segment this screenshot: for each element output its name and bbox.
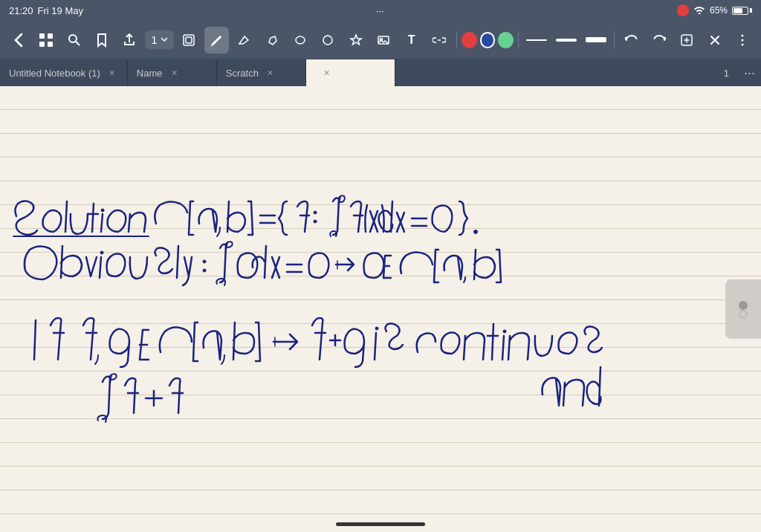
activity-dots: ··· <box>376 5 384 16</box>
highlighter-button[interactable] <box>260 27 285 53</box>
time-display: 21:20 <box>9 5 33 16</box>
tab-active[interactable]: ✕ <box>306 59 395 86</box>
tab-close-scratch[interactable]: ✕ <box>265 67 276 79</box>
tab-label: Name <box>137 68 163 79</box>
page-num-indicator[interactable]: 1 <box>715 59 738 86</box>
svg-point-4 <box>69 35 77 42</box>
tab-page-number: 1 <box>724 68 729 79</box>
tab-close-active[interactable]: ✕ <box>321 67 333 79</box>
handwriting-layer <box>0 86 761 532</box>
tab-name[interactable]: Name ✕ <box>128 59 217 86</box>
thin-line-btn[interactable] <box>523 33 550 48</box>
svg-point-9 <box>323 36 332 45</box>
separator <box>456 31 457 49</box>
undo-button[interactable] <box>619 27 644 53</box>
canvas-area[interactable] <box>0 86 761 532</box>
back-button[interactable] <box>6 27 30 53</box>
tab-scratch[interactable]: Scratch ✕ <box>217 59 306 86</box>
date-display: Fri 19 May <box>38 5 83 16</box>
tab-more-button[interactable]: ··· <box>738 59 761 86</box>
page-indicator[interactable]: 1 <box>145 30 173 49</box>
layers-button[interactable] <box>177 27 201 53</box>
recording-icon <box>677 4 689 16</box>
search-button[interactable] <box>62 27 86 53</box>
addpage-button[interactable] <box>675 27 699 53</box>
bookmark-button[interactable] <box>89 27 114 53</box>
tab-close-untitled[interactable]: ✕ <box>106 67 118 79</box>
svg-rect-3 <box>48 42 53 47</box>
svg-line-5 <box>76 42 80 45</box>
toolbar: 1 <box>0 21 761 59</box>
shapes-button[interactable] <box>316 27 340 53</box>
battery-icon <box>732 7 752 15</box>
text-button[interactable]: T <box>399 27 424 53</box>
svg-point-23 <box>375 327 378 330</box>
red-color-btn[interactable] <box>462 32 477 48</box>
tab-close-name[interactable]: ✕ <box>169 67 181 79</box>
svg-point-8 <box>296 36 305 44</box>
image-button[interactable] <box>372 27 396 53</box>
svg-point-13 <box>742 34 744 36</box>
redo-button[interactable] <box>647 27 671 53</box>
svg-point-16 <box>101 209 104 212</box>
more-button[interactable] <box>731 27 755 53</box>
green-color-btn[interactable] <box>498 32 514 48</box>
separator2 <box>518 31 519 49</box>
link-button[interactable] <box>427 27 451 53</box>
svg-point-18 <box>314 220 317 223</box>
text-icon: T <box>408 33 415 47</box>
tab-untitled[interactable]: Untitled Notebook (1) ✕ <box>0 59 128 86</box>
svg-rect-2 <box>39 42 45 47</box>
eraser-button[interactable] <box>232 27 256 53</box>
tab-label: Scratch <box>226 68 259 79</box>
svg-point-19 <box>474 230 478 234</box>
page-number: 1 <box>151 33 157 46</box>
tabs-bar: Untitled Notebook (1) ✕ Name ✕ Scratch ✕… <box>0 59 761 86</box>
svg-point-22 <box>203 269 206 272</box>
separator3 <box>614 31 615 49</box>
svg-point-15 <box>742 43 744 45</box>
svg-point-25 <box>739 301 748 310</box>
thick-line-btn[interactable] <box>583 33 609 48</box>
pen-button[interactable] <box>204 27 229 53</box>
svg-point-21 <box>203 260 206 263</box>
svg-point-17 <box>314 211 317 214</box>
svg-rect-0 <box>39 33 45 39</box>
star-button[interactable] <box>343 27 368 53</box>
close-button[interactable] <box>702 27 727 53</box>
grid-button[interactable] <box>33 27 58 53</box>
svg-rect-7 <box>186 37 192 43</box>
status-bar: 21:20 Fri 19 May ··· 65% <box>0 0 761 21</box>
svg-rect-1 <box>48 33 53 39</box>
tab-label: Untitled Notebook (1) <box>9 68 100 79</box>
svg-point-20 <box>100 251 103 254</box>
svg-point-24 <box>503 330 506 333</box>
share-button[interactable] <box>117 27 142 53</box>
wifi-icon <box>693 5 705 16</box>
side-panel-button[interactable] <box>725 279 761 339</box>
medium-line-btn[interactable] <box>553 33 580 48</box>
svg-point-14 <box>742 39 744 41</box>
svg-point-26 <box>739 311 747 318</box>
battery-percent: 65% <box>710 5 728 16</box>
home-indicator <box>336 522 425 526</box>
blue-color-btn[interactable] <box>480 32 496 48</box>
lasso-button[interactable] <box>288 27 312 53</box>
svg-rect-6 <box>184 35 194 45</box>
